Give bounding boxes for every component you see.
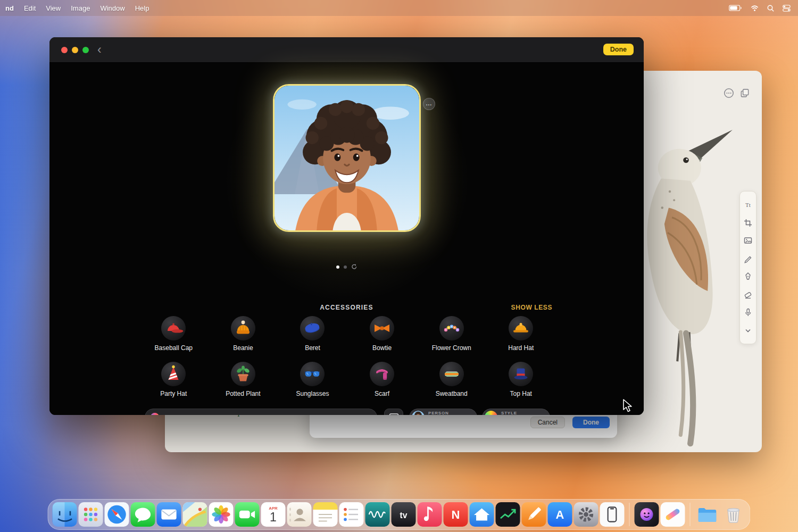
crop-tool-icon[interactable] xyxy=(743,218,753,228)
dock-app-contacts[interactable] xyxy=(287,502,312,527)
dock-app-image-playground[interactable] xyxy=(635,502,659,527)
messages-icon xyxy=(131,502,155,527)
page-dot[interactable] xyxy=(336,265,339,269)
menu-item-image[interactable]: Image xyxy=(71,4,90,12)
search-icon[interactable] xyxy=(767,5,774,12)
accessory-potted-plant[interactable]: Potted Plant xyxy=(209,362,278,397)
mail-icon xyxy=(157,502,181,527)
accessory-bowtie[interactable]: Bowtie xyxy=(347,316,417,352)
accessory-top-hat[interactable]: Top Hat xyxy=(486,362,556,397)
done-button[interactable]: Done xyxy=(603,44,634,55)
pagination-dots xyxy=(49,264,644,270)
menu-item-view[interactable]: View xyxy=(46,4,61,12)
accessory-scarf[interactable]: Scarf xyxy=(347,362,417,397)
dock-app-safari[interactable] xyxy=(105,502,129,527)
dock-app-garageband[interactable] xyxy=(365,502,390,527)
wifi-icon[interactable] xyxy=(751,5,759,11)
dock-app-tv[interactable]: tv xyxy=(392,502,416,527)
style-chip[interactable]: STYLE Animation xyxy=(482,409,550,415)
menu-item-window[interactable]: Window xyxy=(100,4,124,12)
close-button[interactable] xyxy=(61,47,68,53)
page-dot[interactable] xyxy=(344,265,347,269)
accessory-hard-hat[interactable]: Hard Hat xyxy=(486,316,556,352)
accessory-beret[interactable]: Beret xyxy=(278,316,347,352)
dock-app-news[interactable]: N xyxy=(444,502,468,527)
eraser-tool-icon[interactable] xyxy=(743,290,753,300)
dock-app-stocks[interactable] xyxy=(496,502,520,527)
dock-app-downloads[interactable] xyxy=(695,502,720,527)
choose-photo-button[interactable] xyxy=(384,409,403,415)
dock-app-photos[interactable] xyxy=(209,502,234,527)
menu-item-edit[interactable]: Edit xyxy=(24,4,36,12)
pages-icon xyxy=(522,502,546,527)
stocks-icon xyxy=(496,502,520,527)
accessory-flower-crown[interactable]: Flower Crown xyxy=(417,316,486,352)
playground-content: … ACCESSORIES SHOW LESS Baseball CapBean… xyxy=(49,63,644,415)
prompt-input[interactable] xyxy=(145,409,377,415)
dock-app-mail[interactable] xyxy=(157,502,181,527)
party-hat-icon xyxy=(161,362,186,386)
sunglasses-icon xyxy=(300,362,325,386)
dock-app-finder[interactable] xyxy=(53,502,77,527)
text-tool-icon[interactable]: Tt xyxy=(743,200,753,210)
dock-app-maps[interactable] xyxy=(183,502,207,527)
menu-item-help[interactable]: Help xyxy=(135,4,149,12)
accessory-label: Beanie xyxy=(233,344,253,352)
accessory-label: Flower Crown xyxy=(432,344,471,352)
control-center-icon[interactable] xyxy=(783,5,791,12)
dock-app-facetime[interactable] xyxy=(235,502,260,527)
finder-icon xyxy=(53,502,77,527)
dock-app-trash[interactable] xyxy=(721,502,746,527)
dock-app-freeform[interactable] xyxy=(661,502,685,527)
dialog-done-button[interactable]: Done xyxy=(572,417,610,428)
dock-app-iphone-mirroring[interactable] xyxy=(600,502,625,527)
accessory-party-hat[interactable]: Party Hat xyxy=(139,362,209,397)
media-tool-icon[interactable] xyxy=(743,236,753,245)
dock-app-app-store[interactable]: A xyxy=(548,502,572,527)
show-less-button[interactable]: SHOW LESS xyxy=(511,304,552,311)
back-button[interactable]: ‹ xyxy=(97,43,102,56)
menu-app-name[interactable]: nd xyxy=(5,4,14,12)
dock-app-music[interactable] xyxy=(418,502,442,527)
chevron-down-icon[interactable] xyxy=(743,326,753,335)
pencil-tool-icon[interactable] xyxy=(743,254,753,263)
battery-icon[interactable] xyxy=(729,5,742,11)
accessory-sweatband[interactable]: Sweatband xyxy=(417,362,486,397)
dock-app-messages[interactable] xyxy=(131,502,155,527)
home-icon xyxy=(470,502,494,527)
accessory-baseball-cap[interactable]: Baseball Cap xyxy=(139,316,209,352)
style-sphere-icon xyxy=(485,411,497,415)
dock-app-calendar[interactable]: APR1 xyxy=(261,502,286,527)
copy-icon[interactable] xyxy=(739,88,750,98)
generated-image[interactable] xyxy=(273,84,421,232)
dock-app-notes[interactable] xyxy=(313,502,338,527)
accessory-sunglasses[interactable]: Sunglasses xyxy=(278,362,347,397)
accessory-label: Sunglasses xyxy=(296,390,329,397)
svg-text:1: 1 xyxy=(270,510,277,524)
minimize-button[interactable] xyxy=(72,47,78,53)
dock-app-reminders[interactable] xyxy=(339,502,364,527)
svg-text:Tt: Tt xyxy=(745,202,751,208)
menu-bar-left: nd EditViewImageWindowHelp xyxy=(0,4,149,12)
dock-app-home[interactable] xyxy=(470,502,494,527)
mic-tool-icon[interactable] xyxy=(743,307,753,317)
app-store-icon: A xyxy=(548,502,572,527)
accessory-label: Beret xyxy=(305,344,320,352)
person-chip[interactable]: PERSON Theo xyxy=(409,409,477,415)
more-options-button[interactable]: … xyxy=(423,98,435,110)
dock-separator xyxy=(629,503,630,526)
dock-app-launchpad[interactable] xyxy=(79,502,103,527)
pen-tool-icon[interactable] xyxy=(743,272,753,281)
more-circle-icon[interactable] xyxy=(724,88,734,98)
svg-text:N: N xyxy=(452,508,460,521)
regenerate-icon[interactable] xyxy=(351,264,357,270)
zoom-button[interactable] xyxy=(82,47,89,53)
beret-icon xyxy=(300,316,325,340)
dock-app-pages[interactable] xyxy=(522,502,546,527)
accessory-beanie[interactable]: Beanie xyxy=(209,316,278,352)
dock: APR1tvNA xyxy=(48,499,751,530)
dock-app-settings[interactable] xyxy=(574,502,598,527)
cancel-button[interactable]: Cancel xyxy=(530,417,565,428)
notes-icon xyxy=(313,502,338,527)
news-icon: N xyxy=(444,502,468,527)
